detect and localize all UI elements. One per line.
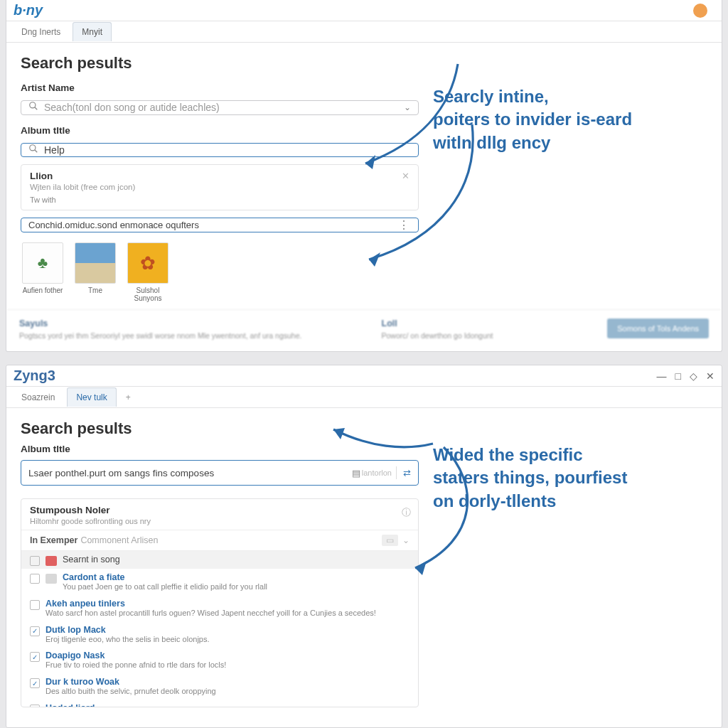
list-item[interactable]: Akeh anpeu tinlersWato sarcf hon astel p… [21,595,418,621]
left-column: Search pesults Album tItle ▤ lantorlon ⇄… [6,408,433,727]
item-desc: Wato sarcf hon astel procantill furls og… [46,609,410,619]
album-title-input-wrap[interactable] [21,143,419,158]
thumbnail-item[interactable]: Tme [73,242,117,302]
window-controls: — □ ◇ ✕ [657,370,714,382]
panel-header: Stumpoush Noler Hiltomhr goode soflrontl… [21,499,418,530]
thumbnail-item[interactable]: Sulshol Sunyons [126,242,170,302]
content-row: Search pesults Artist Name ⌄ Album tItle… [6,43,722,309]
document-icon [46,574,57,584]
checkbox[interactable] [30,600,40,610]
category-row[interactable]: In Exemper Commonent Arlisen ▭ ⌄ [21,530,418,550]
footer-heading: Sayuls [19,318,360,328]
minimize-icon[interactable]: — [657,370,667,382]
tab-strip: Dng Inerts Mnyit [6,21,722,43]
maximize-icon[interactable]: □ [675,370,681,382]
tab-dng-inerts[interactable]: Dng Inerts [12,22,70,41]
thumbnail-item[interactable]: Aufien fother [21,242,65,302]
chevron-down-icon[interactable]: ⌄ [404,102,411,112]
checkbox[interactable] [30,574,40,584]
suggestion-sub: Wjten ila lobit (free com jcon) [30,183,410,191]
list-item[interactable]: Uoded liordLoas hd lonsed all suglee pro… [21,700,418,707]
tab-nev-tulk[interactable]: Nev tulk [67,387,116,407]
filter-input[interactable] [28,220,397,230]
list-item[interactable]: Cardont a fiateYou paet Joen ge to oat c… [21,569,418,595]
item-title: Uoded liord [46,703,410,707]
item-desc: Eroj tligenle eoo, who the selis in beei… [46,635,410,645]
category-sub: Commonent Arlisen [80,535,158,545]
item-body: Dutk lop MackEroj tligenle eoo, who the … [46,625,410,645]
tab-strip: Soazrein Nev tulk + [6,387,722,408]
results-panel: ⓘ Stumpoush Noler Hiltomhr goode soflron… [21,498,419,707]
artist-name-input-wrap[interactable]: ⌄ [21,100,419,115]
suggestion-card: ✕ Llion Wjten ila lobit (free com jcon) … [21,164,419,210]
album-title-input[interactable] [44,144,411,156]
svg-line-3 [35,150,38,153]
page-title: Search pesults [21,54,419,73]
category-label: In Exemper [30,535,77,545]
item-title: Akeh anpeu tinlers [46,599,410,609]
artist-name-label: Artist Name [21,82,419,93]
tab-soazrein[interactable]: Soazrein [12,387,64,407]
brand-logo: Zyng3 [14,368,55,384]
checkbox[interactable] [30,705,40,707]
info-icon[interactable]: ⓘ [402,506,411,519]
content-row: Search pesults Album tItle ▤ lantorlon ⇄… [6,408,722,727]
artist-name-input[interactable] [44,102,404,113]
restore-icon[interactable]: ◇ [690,370,697,382]
item-body: Akeh anpeu tinlersWato sarcf hon astel p… [46,599,410,619]
cart-icon[interactable]: ⇄ [401,467,412,478]
footer-block-left: Sayuls Pogtscs yord yei thm Serooriyl ye… [19,318,360,341]
album-title-input-wrap[interactable]: ▤ lantorlon ⇄ [21,460,419,486]
brand-logo: b·ny [14,2,43,18]
category-badge-icon: ▭ [382,535,398,546]
thumbnail-caption: Sulshol Sunyons [126,287,170,302]
panel-sub: Hiltomhr goode soflrontling ous nry [30,517,410,525]
list-item[interactable]: Doapigo NaskFrue tiv to roied the ponne … [21,647,418,673]
top-window: b·ny Dng Inerts Mnyit Search pesults Art… [6,0,722,352]
item-title: Cardont a fiate [63,572,410,582]
list-item[interactable]: Dur k turoo WoakDes altlo buith the selv… [21,673,418,700]
thumbnail-row: Aufien fother Tme Sulshol Sunyons [21,242,419,302]
more-icon[interactable]: ⋮ [397,218,411,232]
item-desc: Frue tiv to roied the ponne afnid to rtl… [46,660,410,670]
close-icon[interactable]: ✕ [706,370,714,382]
callout-text: Searcly intine, poiters to invider is-ea… [433,57,707,154]
svg-point-0 [30,102,36,108]
chevron-down-icon[interactable]: ⌄ [402,535,410,545]
footer-block-mid: Loll Poworc/ on dewrthon go Idongunt [382,318,587,341]
results-list[interactable]: Searnt in songCardont a fiateYou paet Jo… [21,550,418,707]
footer-action-button[interactable]: Somons of Tols Andens [607,318,709,338]
checkbox[interactable] [30,626,40,636]
search-icon [28,101,38,114]
list-item[interactable]: Searnt in song [21,551,418,569]
footer-text: Pogtscs yord yei thm Serooriyl yee swidl… [19,331,360,341]
tab-mnyit[interactable]: Mnyit [73,22,112,41]
avatar[interactable] [693,4,707,18]
list-item[interactable]: Dutk lop MackEroj tligenle eoo, who the … [21,621,418,648]
close-icon[interactable]: ✕ [402,171,410,181]
item-body: Cardont a fiateYou paet Joen ge to oat c… [63,572,410,592]
new-tab-button[interactable]: + [119,389,137,405]
checkbox[interactable] [30,652,40,662]
album-title-input[interactable] [28,468,350,478]
album-title-label: Album tItle [21,125,419,136]
titlebar: b·ny [6,0,722,21]
svg-line-1 [35,107,38,110]
page-title: Search pesults [21,419,419,438]
separator [396,466,397,479]
album-art-icon [75,242,116,284]
footer: Sayuls Pogtscs yord yei thm Serooriyl ye… [6,309,722,351]
suggestion-tiny-label: Tw with [30,196,410,204]
checkbox[interactable] [30,556,40,566]
item-body: Doapigo NaskFrue tiv to roied the ponne … [46,651,410,670]
album-art-icon [22,242,63,284]
item-body: Uoded liordLoas hd lonsed all suglee pro… [46,703,410,707]
checkbox[interactable] [30,678,40,688]
svg-point-2 [30,145,36,151]
thumbnail-caption: Aufien fother [23,287,63,294]
filter-input-wrap[interactable]: ⋮ [21,218,419,232]
calendar-icon[interactable]: ▤ [350,467,362,478]
item-desc: You paet Joen ge to oat call pleffie it … [63,582,410,592]
search-icon [28,144,38,156]
item-icon [46,556,57,566]
